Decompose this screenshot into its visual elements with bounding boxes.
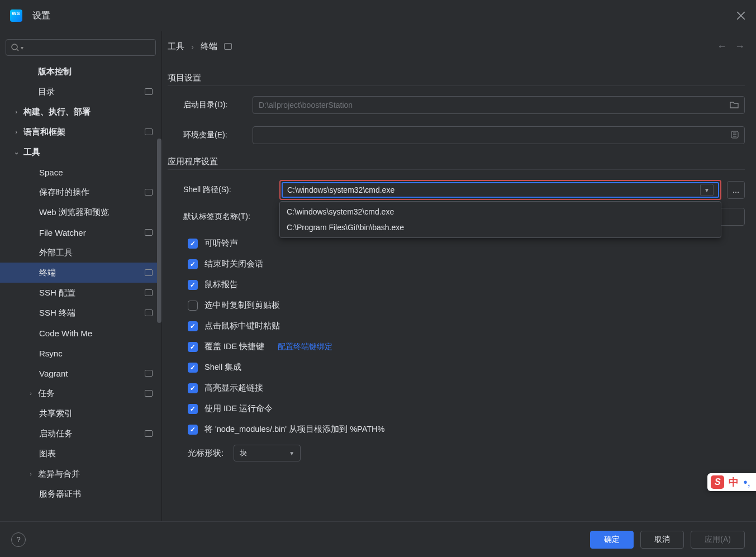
sidebar-item[interactable]: 外部工具 — [0, 242, 161, 263]
sidebar-item[interactable]: 目录 — [0, 82, 161, 102]
sidebar-item[interactable]: Rsync — [0, 343, 161, 363]
shell-path-combo[interactable]: ▼ C:\windows\system32\cmd.exeC:\Program … — [279, 180, 721, 200]
checkbox[interactable] — [188, 342, 198, 352]
breadcrumb-parent[interactable]: 工具 — [168, 41, 184, 52]
sidebar-item-label: 版本控制 — [38, 66, 72, 77]
window-title: 设置 — [32, 10, 50, 22]
scope-badge-icon — [145, 269, 153, 276]
sidebar-item-label: 启动任务 — [39, 429, 73, 439]
checkbox[interactable] — [188, 301, 198, 311]
checkbox-label: Shell 集成 — [205, 362, 241, 373]
section-project-title: 项目设置 — [168, 73, 745, 83]
sidebar-item[interactable]: Code With Me — [0, 323, 161, 343]
scope-badge-icon — [145, 390, 153, 397]
ime-punct: •, — [743, 476, 750, 489]
sidebar-item-label: Rsync — [39, 349, 63, 358]
shell-dropdown: C:\windows\system32\cmd.exeC:\Program Fi… — [279, 201, 721, 238]
close-icon[interactable] — [736, 11, 746, 21]
scope-badge-icon — [145, 189, 153, 196]
forward-icon[interactable]: → — [735, 41, 745, 53]
checkbox[interactable] — [188, 280, 198, 290]
back-icon[interactable]: ← — [717, 41, 727, 53]
dropdown-item[interactable]: C:\windows\system32\cmd.exe — [280, 204, 721, 220]
sidebar-item[interactable]: 终端 — [0, 263, 161, 283]
cursor-shape-select[interactable]: 块 ▼ — [234, 445, 301, 461]
dropdown-item[interactable]: C:\Program Files\Git\bin\bash.exe — [280, 220, 721, 235]
sidebar-item[interactable]: ›构建、执行、部署 — [0, 102, 161, 122]
checkbox-row: 将 'node_modules/.bin' 从项目根添加到 %PATH% — [168, 424, 745, 435]
start-dir-input[interactable]: D:\allproject\boosterStation — [253, 96, 745, 114]
sidebar-item[interactable]: ›任务 — [0, 383, 161, 403]
checkbox[interactable] — [188, 404, 198, 414]
checkbox-label: 结束时关闭会话 — [205, 259, 263, 269]
search-input[interactable]: ▾ — [6, 39, 156, 56]
ime-indicator: S 中 •, — [707, 473, 756, 491]
config-link[interactable]: 配置终端键绑定 — [278, 342, 332, 352]
sidebar-item[interactable]: 服务器证书 — [0, 484, 161, 504]
folder-icon[interactable] — [730, 101, 739, 110]
checkbox-label: 使用 IDE 运行命令 — [205, 403, 273, 414]
checkbox[interactable] — [188, 321, 198, 331]
browse-button[interactable]: … — [727, 181, 745, 199]
ime-logo-icon: S — [711, 475, 724, 489]
sidebar: ▾ 版本控制目录›构建、执行、部署›语言和框架⌄工具Space保存时的操作Web… — [0, 31, 162, 521]
sidebar-item-label: 服务器证书 — [39, 489, 81, 499]
chevron-icon: ⌄ — [12, 149, 20, 156]
checkbox-label: 高亮显示超链接 — [205, 383, 263, 393]
checkbox[interactable] — [188, 363, 198, 373]
settings-tree: 版本控制目录›构建、执行、部署›语言和框架⌄工具Space保存时的操作Web 浏… — [0, 61, 161, 521]
sidebar-item[interactable]: 保存时的操作 — [0, 182, 161, 202]
cursor-shape-label: 光标形状: — [188, 448, 224, 459]
nav-arrows: ← → — [717, 41, 745, 53]
sidebar-item[interactable]: ›差异与合并 — [0, 464, 161, 484]
help-button[interactable]: ? — [11, 532, 26, 547]
checkbox-label: 将 'node_modules/.bin' 从项目根添加到 %PATH% — [205, 424, 384, 435]
sidebar-item-label: 终端 — [39, 268, 56, 278]
env-label: 环境变量(E): — [168, 130, 253, 140]
ok-button[interactable]: 确定 — [590, 531, 634, 549]
checkbox-row: 使用 IDE 运行命令 — [168, 403, 745, 414]
checkbox-row: 高亮显示超链接 — [168, 383, 745, 393]
sidebar-item-label: File Watcher — [39, 228, 86, 237]
cursor-shape-value: 块 — [240, 448, 247, 458]
scope-badge-icon — [145, 289, 153, 296]
breadcrumb: 工具 › 终端 — [168, 41, 232, 52]
sidebar-item[interactable]: 版本控制 — [0, 61, 161, 82]
checkbox-row: Shell 集成 — [168, 362, 745, 373]
checkbox[interactable] — [188, 259, 198, 269]
sidebar-item[interactable]: ›语言和框架 — [0, 122, 161, 142]
scope-badge-icon — [145, 430, 153, 437]
sidebar-item-label: Space — [39, 168, 63, 177]
sidebar-item-label: SSH 配置 — [39, 288, 75, 298]
sidebar-item[interactable]: SSH 配置 — [0, 283, 161, 303]
tab-name-label: 默认标签页名称(T): — [168, 212, 279, 222]
divider — [168, 169, 745, 170]
list-icon[interactable] — [731, 131, 739, 140]
sidebar-item[interactable]: 图表 — [0, 444, 161, 464]
sidebar-item-label: 共享索引 — [39, 408, 73, 419]
checkbox-row: 点击鼠标中键时粘贴 — [168, 321, 745, 331]
checkbox-row: 选中时复制到剪贴板 — [168, 300, 745, 311]
sidebar-item[interactable]: SSH 终端 — [0, 303, 161, 323]
apply-button[interactable]: 应用(A) — [691, 531, 745, 549]
sidebar-item[interactable]: 启动任务 — [0, 423, 161, 444]
sidebar-item[interactable]: ⌄工具 — [0, 142, 161, 162]
checkbox-label: 点击鼠标中键时粘贴 — [205, 321, 280, 331]
title-bar: 设置 — [0, 0, 756, 31]
cancel-button[interactable]: 取消 — [640, 531, 684, 549]
checkbox[interactable] — [188, 383, 198, 393]
sidebar-item[interactable]: Web 浏览器和预览 — [0, 202, 161, 222]
shell-path-label: Shell 路径(S): — [168, 185, 279, 195]
checkbox[interactable] — [188, 425, 198, 435]
checkbox[interactable] — [188, 239, 198, 249]
scrollbar[interactable] — [157, 139, 161, 323]
chevron-down-icon[interactable]: ▼ — [700, 184, 714, 196]
sidebar-item[interactable]: Vagrant — [0, 363, 161, 383]
sidebar-item[interactable]: Space — [0, 162, 161, 182]
sidebar-item-label: 外部工具 — [39, 247, 73, 258]
start-dir-value: D:\allproject\boosterStation — [259, 101, 353, 110]
env-input[interactable] — [253, 126, 745, 144]
sidebar-item[interactable]: File Watcher — [0, 222, 161, 242]
shell-path-input[interactable] — [287, 185, 700, 194]
sidebar-item[interactable]: 共享索引 — [0, 403, 161, 423]
